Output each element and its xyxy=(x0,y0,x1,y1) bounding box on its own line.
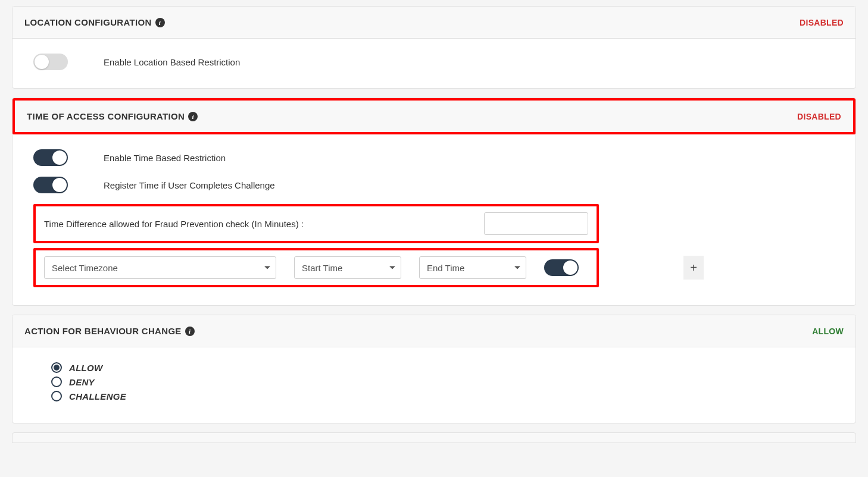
toggle-knob xyxy=(52,178,67,192)
start-time-select-wrapper: Start Time xyxy=(294,256,401,279)
fraud-prevention-box: Time Difference allowed for Fraud Preven… xyxy=(33,204,599,243)
action-title-wrapper: ACTION FOR BEHAVIOUR CHANGE i xyxy=(24,326,195,336)
time-config-title-wrapper: TIME OF ACCESS CONFIGURATION i xyxy=(27,111,198,121)
end-time-select-wrapper: End Time xyxy=(419,256,526,279)
radio-row-deny: DENY xyxy=(51,376,835,387)
location-enable-toggle[interactable] xyxy=(33,54,68,70)
time-status-badge: DISABLED xyxy=(797,112,841,121)
time-enable-toggle[interactable] xyxy=(33,149,68,166)
timezone-select-wrapper: Select Timezone xyxy=(44,256,276,279)
time-enable-row: Enable Time Based Restriction xyxy=(33,149,835,166)
time-config-body: Enable Time Based Restriction Register T… xyxy=(13,134,855,305)
action-body: ALLOW DENY CHALLENGE xyxy=(13,347,855,423)
location-toggle-row: Enable Location Based Restriction xyxy=(33,54,835,70)
time-register-toggle[interactable] xyxy=(33,177,68,193)
info-icon[interactable]: i xyxy=(155,18,165,27)
time-config-panel: TIME OF ACCESS CONFIGURATION i DISABLED … xyxy=(12,98,856,306)
toggle-knob xyxy=(563,261,577,275)
fraud-minutes-input[interactable] xyxy=(484,212,588,235)
timezone-placeholder: Select Timezone xyxy=(52,263,118,273)
end-time-select[interactable]: End Time xyxy=(419,256,526,279)
location-enable-label: Enable Location Based Restriction xyxy=(104,57,240,67)
radio-row-allow: ALLOW xyxy=(51,362,835,373)
time-register-row: Register Time if User Completes Challeng… xyxy=(33,177,835,193)
location-config-title: LOCATION CONFIGURATION xyxy=(24,17,152,27)
action-panel: ACTION FOR BEHAVIOUR CHANGE i ALLOW ALLO… xyxy=(12,315,856,423)
info-icon[interactable]: i xyxy=(185,327,195,336)
toggle-knob xyxy=(52,150,67,165)
time-register-label: Register Time if User Completes Challeng… xyxy=(104,180,275,190)
time-config-title: TIME OF ACCESS CONFIGURATION xyxy=(27,111,185,121)
time-selectors-highlight: Select Timezone Start Time End Time xyxy=(33,248,599,287)
time-selectors-row: Select Timezone Start Time End Time xyxy=(33,248,835,287)
add-time-row-button[interactable]: + xyxy=(683,256,704,280)
radio-deny[interactable] xyxy=(51,376,62,387)
action-header: ACTION FOR BEHAVIOUR CHANGE i ALLOW xyxy=(13,315,855,347)
location-config-title-wrapper: LOCATION CONFIGURATION i xyxy=(24,17,165,27)
start-time-select[interactable]: Start Time xyxy=(294,256,401,279)
timezone-select[interactable]: Select Timezone xyxy=(44,256,276,279)
location-config-body: Enable Location Based Restriction xyxy=(13,39,855,88)
radio-row-challenge: CHALLENGE xyxy=(51,391,835,401)
radio-challenge-label: CHALLENGE xyxy=(69,391,126,401)
location-config-panel: LOCATION CONFIGURATION i DISABLED Enable… xyxy=(12,6,856,89)
location-status-badge: DISABLED xyxy=(800,18,844,27)
next-panel-header-partial xyxy=(12,432,856,443)
fraud-prevention-label: Time Difference allowed for Fraud Preven… xyxy=(44,219,304,229)
toggle-knob xyxy=(35,55,49,69)
radio-allow[interactable] xyxy=(51,362,62,373)
start-time-placeholder: Start Time xyxy=(302,263,342,273)
action-title: ACTION FOR BEHAVIOUR CHANGE xyxy=(24,326,182,336)
location-config-header: LOCATION CONFIGURATION i DISABLED xyxy=(13,7,855,39)
end-time-placeholder: End Time xyxy=(427,263,464,273)
info-icon[interactable]: i xyxy=(188,112,198,121)
time-config-header: TIME OF ACCESS CONFIGURATION i DISABLED xyxy=(13,98,855,134)
radio-challenge[interactable] xyxy=(51,391,62,401)
time-row-toggle[interactable] xyxy=(544,259,579,276)
radio-deny-label: DENY xyxy=(69,377,95,387)
action-status-badge: ALLOW xyxy=(812,327,844,336)
radio-allow-label: ALLOW xyxy=(69,363,102,373)
time-enable-label: Enable Time Based Restriction xyxy=(104,153,226,163)
action-radio-group: ALLOW DENY CHALLENGE xyxy=(33,362,835,401)
